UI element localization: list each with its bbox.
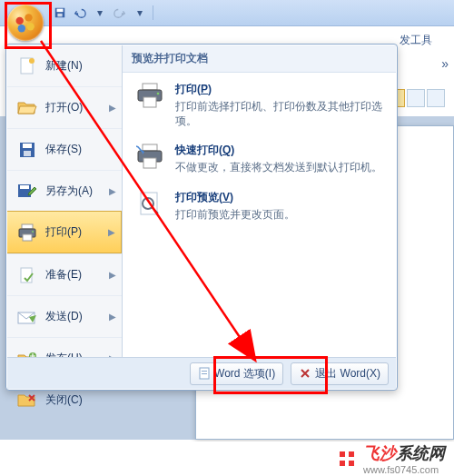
chevron-right-icon: ▶ bbox=[109, 270, 116, 280]
print-option-print[interactable]: 打印(P) 打印前选择打印机、打印份数及其他打印选项。 bbox=[123, 73, 396, 134]
menu-item-open[interactable]: 打开(O) ▶ bbox=[7, 86, 122, 128]
align-center-button[interactable] bbox=[407, 89, 425, 107]
svg-rect-31 bbox=[202, 371, 207, 372]
send-mail-icon bbox=[15, 306, 40, 328]
print-submenu-title: 预览并打印文档 bbox=[123, 45, 396, 73]
print-preview-icon bbox=[133, 190, 166, 223]
options-icon bbox=[198, 367, 211, 380]
menu-item-new[interactable]: 新建(N) bbox=[7, 45, 122, 86]
chevron-down-icon[interactable]: ▾ bbox=[91, 4, 109, 22]
menu-item-prepare[interactable]: 准备(E) ▶ bbox=[7, 253, 122, 295]
menu-item-label: 另存为(A) bbox=[45, 183, 104, 199]
print-option-title: 快速打印(Q) bbox=[175, 143, 385, 158]
svg-rect-32 bbox=[202, 373, 207, 374]
menu-item-label: 打开(O) bbox=[45, 100, 104, 115]
svg-rect-23 bbox=[143, 97, 156, 107]
brand-url: www.fs0745.com bbox=[363, 464, 445, 475]
svg-rect-21 bbox=[143, 84, 157, 90]
office-menu-bottom: Word 选项(I) 退出 Word(X) bbox=[7, 357, 396, 389]
svg-point-17 bbox=[32, 231, 34, 233]
undo-icon[interactable] bbox=[71, 4, 89, 22]
brand-name: 飞沙系统网 bbox=[363, 442, 445, 464]
chevron-right-icon: ▶ bbox=[108, 227, 115, 237]
svg-rect-27 bbox=[143, 158, 156, 168]
print-option-desc: 打印前预览并更改页面。 bbox=[175, 207, 385, 222]
svg-rect-13 bbox=[20, 185, 29, 189]
annotation-highlight-office-button bbox=[5, 2, 52, 49]
menu-item-label: 打印(P) bbox=[45, 224, 103, 240]
ribbon-expand-icon[interactable]: » bbox=[441, 56, 449, 71]
prepare-icon bbox=[15, 264, 40, 286]
save-as-icon bbox=[15, 181, 40, 203]
svg-rect-14 bbox=[22, 224, 33, 229]
print-option-title: 打印预览(V) bbox=[175, 190, 385, 205]
print-option-preview[interactable]: 打印预览(V) 打印前预览并更改页面。 bbox=[123, 181, 396, 228]
printer-quick-icon bbox=[133, 143, 166, 175]
printer-icon bbox=[15, 222, 40, 243]
print-option-title: 打印(P) bbox=[175, 82, 385, 97]
chevron-right-icon: ▶ bbox=[109, 312, 116, 322]
annotation-highlight-word-options bbox=[213, 356, 328, 394]
menu-item-label: 准备(E) bbox=[45, 267, 104, 283]
menu-item-print[interactable]: 打印(P) ▶ bbox=[7, 211, 122, 253]
menu-item-label: 保存(S) bbox=[45, 142, 116, 157]
chevron-right-icon: ▶ bbox=[109, 103, 116, 113]
menu-item-label: 发送(D) bbox=[45, 309, 104, 324]
close-document-icon bbox=[15, 390, 40, 412]
separator bbox=[153, 5, 153, 20]
brand-logo-icon bbox=[336, 448, 358, 470]
folder-open-icon bbox=[15, 97, 40, 119]
svg-point-24 bbox=[157, 93, 160, 95]
ribbon-tab-developer[interactable]: 发工具 bbox=[400, 25, 454, 48]
print-option-quick-print[interactable]: 快速打印(Q) 不做更改，直接将文档发送到默认打印机。 bbox=[123, 134, 396, 181]
svg-rect-10 bbox=[23, 144, 32, 148]
svg-rect-16 bbox=[23, 234, 32, 241]
office-menu-right: 预览并打印文档 打印(P) 打印前选择打印机、打印份数及其他打印选项。 快速打印… bbox=[123, 45, 396, 357]
quick-access-toolbar: ▾ ▾ bbox=[0, 0, 454, 26]
svg-rect-11 bbox=[24, 151, 31, 156]
new-document-icon bbox=[15, 55, 40, 77]
menu-item-label: 关闭(C) bbox=[45, 392, 116, 408]
chevron-right-icon: ▶ bbox=[109, 186, 116, 196]
redo-icon[interactable] bbox=[111, 4, 129, 22]
menu-item-send[interactable]: 发送(D) ▶ bbox=[7, 295, 122, 337]
svg-rect-2 bbox=[57, 14, 62, 17]
menu-item-save-as[interactable]: 另存为(A) ▶ bbox=[7, 170, 122, 212]
office-menu: 新建(N) 打开(O) ▶ 保存(S) 另存为(A) ▶ 打印(P) ▶ 准备(… bbox=[5, 44, 398, 391]
svg-point-8 bbox=[29, 58, 35, 64]
printer-icon bbox=[133, 82, 166, 114]
save-icon bbox=[15, 139, 40, 161]
align-right-button[interactable] bbox=[427, 89, 445, 107]
svg-rect-1 bbox=[57, 9, 64, 13]
menu-item-save[interactable]: 保存(S) bbox=[7, 128, 122, 170]
office-menu-left: 新建(N) 打开(O) ▶ 保存(S) 另存为(A) ▶ 打印(P) ▶ 准备(… bbox=[7, 45, 123, 357]
save-icon[interactable] bbox=[51, 4, 69, 22]
menu-item-label: 新建(N) bbox=[45, 58, 116, 74]
chevron-down-icon[interactable]: ▾ bbox=[131, 4, 149, 22]
watermark-footer: 飞沙系统网 www.fs0745.com bbox=[0, 441, 454, 476]
print-option-desc: 不做更改，直接将文档发送到默认打印机。 bbox=[175, 160, 385, 174]
print-option-desc: 打印前选择打印机、打印份数及其他打印选项。 bbox=[175, 99, 385, 128]
svg-rect-25 bbox=[143, 144, 157, 151]
